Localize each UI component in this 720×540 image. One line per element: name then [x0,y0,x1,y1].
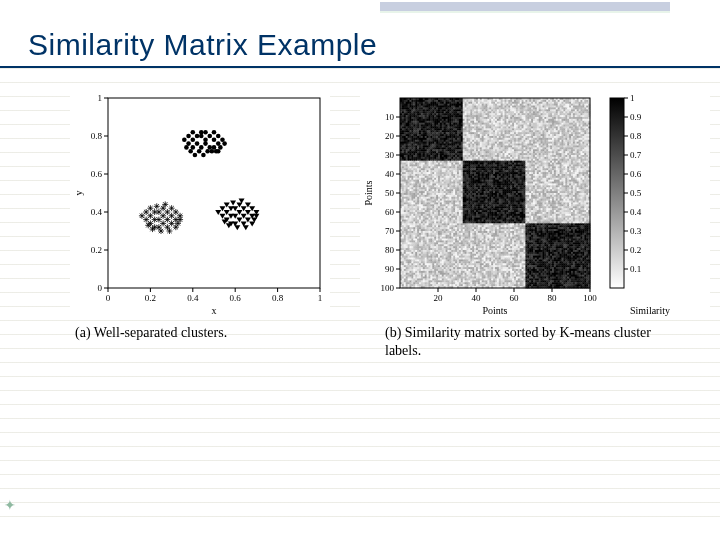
svg-rect-0 [108,98,320,288]
svg-point-56 [222,141,227,146]
svg-text:80: 80 [385,245,395,255]
svg-text:0.6: 0.6 [230,293,242,303]
svg-point-54 [184,145,189,150]
slide-body: 00.20.40.60.8100.20.40.60.81xy (a) Well-… [0,68,720,518]
svg-text:90: 90 [385,264,395,274]
svg-point-31 [207,134,212,139]
figure-a-text: Well-separated clusters. [94,325,227,340]
svg-text:0.6: 0.6 [630,169,642,179]
svg-text:0.3: 0.3 [630,226,642,236]
svg-text:40: 40 [385,169,395,179]
svg-point-59 [203,130,208,135]
svg-point-42 [186,134,191,139]
svg-text:100: 100 [583,293,597,303]
svg-point-46 [212,130,217,135]
svg-point-36 [203,141,208,146]
figure-a: 00.20.40.60.8100.20.40.60.81xy (a) Well-… [50,88,350,342]
svg-text:60: 60 [385,207,395,217]
svg-point-52 [193,153,198,158]
svg-text:x: x [212,305,217,316]
svg-point-44 [182,138,187,143]
svg-text:0.8: 0.8 [91,131,103,141]
svg-text:70: 70 [385,226,395,236]
figure-b: 20406080100102030405060708090100PointsPo… [350,88,720,359]
figure-b-text: Similarity matrix sorted by K-means clus… [385,325,651,358]
svg-text:40: 40 [472,293,482,303]
svg-text:Similarity: Similarity [630,305,670,316]
figure-b-caption: (b) Similarity matrix sorted by K-means … [377,324,693,359]
svg-point-43 [191,130,196,135]
svg-text:0.2: 0.2 [145,293,156,303]
svg-text:0.4: 0.4 [187,293,199,303]
svg-text:Points: Points [482,305,507,316]
slide-title: Similarity Matrix Example [0,16,720,64]
svg-text:1: 1 [318,293,323,303]
scatter-plot: 00.20.40.60.8100.20.40.60.81xy [70,88,330,318]
svg-text:0.8: 0.8 [272,293,284,303]
svg-text:50: 50 [385,188,395,198]
svg-text:80: 80 [548,293,558,303]
svg-text:1: 1 [98,93,103,103]
svg-point-48 [205,149,210,154]
svg-text:0.2: 0.2 [630,245,641,255]
svg-point-55 [188,149,193,154]
svg-text:100: 100 [381,283,395,293]
slide-corner-decoration: ✦ [4,497,16,514]
svg-point-57 [216,149,221,154]
svg-point-27 [191,138,196,143]
svg-point-39 [216,134,221,139]
figure-a-label: (a) [75,325,91,340]
svg-text:0.6: 0.6 [91,169,103,179]
svg-text:20: 20 [385,131,395,141]
svg-text:0: 0 [98,283,103,293]
svg-text:y: y [73,191,84,196]
slide-top-decoration [0,0,720,16]
svg-point-47 [201,153,206,158]
figure-a-caption: (a) Well-separated clusters. [67,324,333,342]
svg-text:0.9: 0.9 [630,112,642,122]
svg-text:10: 10 [385,112,395,122]
svg-point-58 [199,134,204,139]
svg-point-28 [195,134,200,139]
svg-text:60: 60 [510,293,520,303]
svg-point-34 [195,141,200,146]
svg-text:0.7: 0.7 [630,150,642,160]
svg-text:0.1: 0.1 [630,264,641,274]
svg-point-51 [197,149,202,154]
svg-text:0.5: 0.5 [630,188,642,198]
svg-point-38 [212,138,217,143]
svg-text:0.4: 0.4 [630,207,642,217]
figure-b-label: (b) [385,325,401,340]
svg-text:0.4: 0.4 [91,207,103,217]
svg-text:1: 1 [630,93,635,103]
svg-text:30: 30 [385,150,395,160]
svg-text:0.8: 0.8 [630,131,642,141]
svg-point-49 [210,149,215,154]
svg-rect-10093 [610,98,624,288]
svg-text:0: 0 [106,293,111,303]
svg-text:20: 20 [434,293,444,303]
svg-text:0.2: 0.2 [91,245,102,255]
svg-text:Points: Points [363,180,374,205]
heatmap-plot: 20406080100102030405060708090100PointsPo… [360,88,710,318]
